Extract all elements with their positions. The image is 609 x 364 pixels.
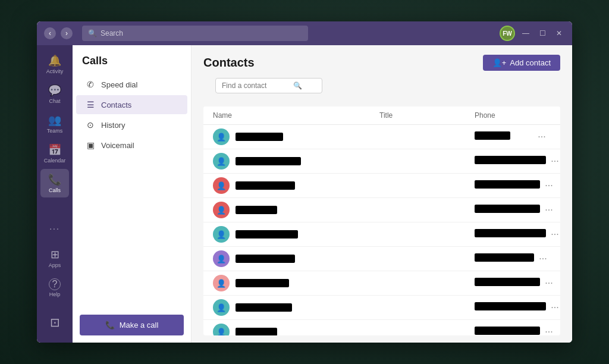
sidebar-item-more[interactable]: ···: [40, 214, 69, 243]
contacts-table: Name Title Phone 👤: [203, 106, 560, 335]
contacts-label: Contacts: [101, 101, 131, 109]
calendar-icon: 📅: [48, 143, 61, 156]
more-options-button[interactable]: ···: [540, 277, 558, 290]
avatar: 👤: [213, 153, 230, 170]
device-icon: ⊡: [50, 315, 60, 330]
more-options-button[interactable]: ···: [540, 179, 558, 192]
sidebar-item-calls[interactable]: 📞 Calls: [40, 169, 69, 197]
contact-name-cell: 👤: [213, 250, 379, 267]
app-window: ‹ › 🔍 Search FW — ☐ ✕ 🔔 Activity: [37, 21, 572, 343]
contact-phone-cell: [475, 302, 546, 313]
find-contact-input[interactable]: [222, 81, 293, 90]
nav-history[interactable]: ⊙ History: [76, 115, 187, 134]
more-options-button[interactable]: ···: [534, 252, 552, 265]
more-icon: ···: [49, 224, 60, 233]
phone-icon: 📞: [105, 321, 115, 330]
contact-name-text: [236, 133, 283, 141]
nav-contacts[interactable]: ☰ Contacts: [76, 95, 187, 114]
contact-name-text: [236, 206, 277, 214]
col-name: Name: [213, 111, 379, 120]
search-icon: 🔍: [88, 29, 97, 37]
make-call-button[interactable]: 📞 Make a call: [80, 315, 184, 335]
contact-name-cell: 👤: [213, 202, 379, 218]
close-button[interactable]: ✕: [553, 27, 565, 39]
more-options-button[interactable]: ···: [546, 301, 560, 314]
col-title: Title: [379, 111, 475, 120]
more-options-button[interactable]: ···: [540, 325, 558, 335]
title-bar-right: FW — ☐ ✕: [500, 26, 565, 41]
contact-name-text: [236, 157, 301, 165]
search-area: 🔍: [192, 78, 572, 106]
app-body: 🔔 Activity 💬 Chat 👥 Teams 📅 Calendar 📞: [37, 45, 572, 343]
apps-label: Apps: [49, 262, 61, 268]
find-contact-search-icon: 🔍: [293, 81, 302, 90]
phone-redacted: [475, 180, 540, 189]
phone-redacted: [475, 253, 534, 262]
nav-panel-title: Calls: [73, 45, 191, 74]
main-content: Contacts 👤+ Add contact 🔍: [192, 45, 572, 343]
contact-phone-cell: [475, 131, 533, 142]
table-header: Name Title Phone: [203, 106, 560, 125]
title-bar: ‹ › 🔍 Search FW — ☐ ✕: [37, 21, 572, 45]
maximize-button[interactable]: ☐: [536, 27, 548, 39]
contact-phone-cell: [475, 180, 540, 191]
contact-phone-cell: [475, 253, 534, 264]
page-title: Contacts: [203, 56, 255, 70]
contact-name-cell: 👤: [213, 226, 379, 243]
avatar: 👤: [213, 202, 230, 218]
minimize-button[interactable]: —: [520, 27, 532, 39]
search-placeholder: Search: [101, 29, 123, 37]
avatar: 👤: [213, 275, 230, 291]
table-row: 👤 ···: [203, 222, 560, 247]
main-header: Contacts 👤+ Add contact: [192, 45, 572, 78]
contact-name-text: [236, 181, 295, 190]
nav-voicemail[interactable]: ▣ Voicemail: [76, 136, 187, 155]
add-contact-icon: 👤+: [492, 58, 507, 67]
table-row: 👤 ···: [203, 125, 560, 149]
col-phone: Phone: [475, 111, 533, 120]
history-icon: ⊙: [86, 120, 95, 130]
more-options-button[interactable]: ···: [546, 228, 560, 241]
table-row: 👤 ···: [203, 149, 560, 174]
desktop-background: ‹ › 🔍 Search FW — ☐ ✕ 🔔 Activity: [0, 0, 609, 364]
contact-name-text: [236, 255, 295, 263]
sidebar-item-help[interactable]: ? Help: [40, 274, 69, 302]
contact-name-cell: 👤: [213, 177, 379, 194]
contact-phone-cell: [475, 156, 546, 167]
nav-speed-dial[interactable]: ✆ Speed dial: [76, 75, 187, 94]
add-contact-button[interactable]: 👤+ Add contact: [483, 55, 560, 71]
sidebar-item-chat[interactable]: 💬 Chat: [40, 80, 69, 108]
sidebar-item-apps[interactable]: ⊞ Apps: [40, 244, 69, 272]
help-icon: ?: [49, 278, 61, 290]
nav-buttons: ‹ ›: [44, 27, 73, 39]
activity-label: Activity: [46, 68, 64, 74]
nav-bottom: 📞 Make a call: [73, 307, 191, 343]
contact-name-cell: 👤: [213, 275, 379, 291]
sidebar-item-device[interactable]: ⊡: [40, 308, 69, 337]
teams-label: Teams: [47, 128, 63, 134]
phone-redacted: [475, 131, 510, 140]
avatar: 👤: [213, 250, 230, 267]
global-search-bar[interactable]: 🔍 Search: [82, 26, 308, 41]
user-avatar[interactable]: FW: [500, 26, 515, 41]
forward-button[interactable]: ›: [61, 27, 73, 39]
sidebar-item-teams[interactable]: 👥 Teams: [40, 109, 69, 138]
contact-name-text: [236, 279, 289, 287]
nav-panel: Calls ✆ Speed dial ☰ Contacts ⊙ History …: [73, 45, 192, 343]
avatar: 👤: [213, 177, 230, 194]
contact-name-cell: 👤: [213, 324, 379, 335]
phone-redacted: [475, 327, 540, 335]
avatar: 👤: [213, 324, 230, 335]
chat-icon: 💬: [48, 84, 61, 97]
more-options-button[interactable]: ···: [533, 130, 551, 143]
back-button[interactable]: ‹: [44, 27, 56, 39]
phone-redacted: [475, 156, 546, 164]
contact-name-cell: 👤: [213, 128, 379, 145]
find-contact-bar[interactable]: 🔍: [215, 78, 322, 93]
sidebar-item-activity[interactable]: 🔔 Activity: [40, 50, 69, 79]
add-contact-label: Add contact: [510, 58, 551, 67]
more-options-button[interactable]: ···: [540, 203, 558, 216]
speed-dial-icon: ✆: [86, 80, 95, 89]
sidebar-item-calendar[interactable]: 📅 Calendar: [40, 139, 69, 168]
more-options-button[interactable]: ···: [546, 155, 560, 168]
